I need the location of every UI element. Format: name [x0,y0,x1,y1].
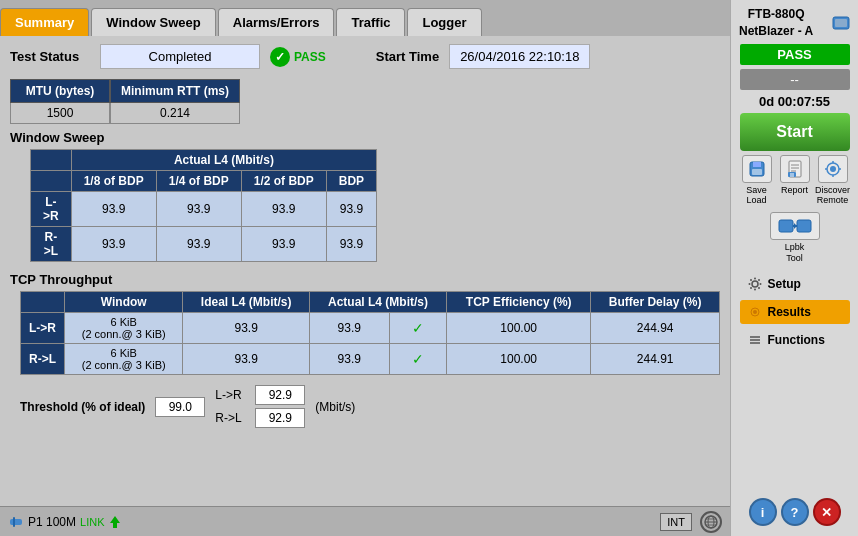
threshold-label: Threshold (% of ideal) [20,400,145,414]
svg-point-37 [758,279,760,281]
discover-remote-icon [818,155,848,183]
tcp-col-buffer: Buffer Delay (%) [591,292,720,313]
discover-remote-btn[interactable]: DiscoverRemote [816,155,850,207]
test-status-row: Test Status Completed ✓ PASS Start Time … [10,44,720,69]
tcp-efficiency-rl: 100.00 [447,344,591,375]
bottom-icons: i ? ✕ [749,498,841,530]
info-button[interactable]: i [749,498,777,526]
results-menu-item[interactable]: Results [740,300,850,324]
tab-logger[interactable]: Logger [407,8,481,36]
svg-rect-11 [753,162,761,167]
pass-label: PASS [294,50,326,64]
tcp-dir-lr: L->R [21,313,65,344]
tcp-row-lr: L->R 6 KiB (2 conn.@ 3 KiB) 93.9 93.9 ✓ … [21,313,720,344]
tcp-ideal-lr: 93.9 [183,313,309,344]
svg-point-33 [748,283,750,285]
start-time-value: 26/04/2016 22:10:18 [449,44,590,69]
svg-point-32 [754,288,756,290]
svg-point-36 [758,287,760,289]
svg-point-38 [750,287,752,289]
threshold-rl-row: R->L [215,408,305,428]
start-button[interactable]: Start [740,113,850,151]
svg-point-35 [750,279,752,281]
ws-dir-lr: L->R [31,192,72,227]
close-button[interactable]: ✕ [813,498,841,526]
timer: 0d 00:07:55 [740,94,850,109]
int-badge: INT [660,513,692,531]
save-load-label: SaveLoad [746,185,767,207]
save-load-icon [742,155,772,183]
ws-rl-val0: 93.9 [71,227,156,262]
toolbar-icons: SaveLoad Report [740,155,850,207]
tcp-ideal-rl: 93.9 [183,344,309,375]
threshold-input[interactable] [155,397,205,417]
save-load-btn[interactable]: SaveLoad [740,155,774,207]
tab-alarms-errors[interactable]: Alarms/Errors [218,8,335,36]
start-time-label: Start Time [376,49,439,64]
fiber-icon [8,514,24,530]
tcp-col-efficiency: TCP Efficiency (%) [447,292,591,313]
setup-gear-icon [748,277,762,291]
tcp-throughput-title: TCP Throughput [10,272,720,287]
ws-row-rl: R->L 93.9 93.9 93.9 93.9 [31,227,377,262]
svg-point-30 [752,281,758,287]
tab-traffic[interactable]: Traffic [336,8,405,36]
tab-summary[interactable]: Summary [0,8,89,36]
tcp-dir-rl: R->L [21,344,65,375]
tcp-pass-rl: ✓ [389,344,446,375]
svg-rect-12 [752,169,762,175]
svg-point-41 [753,310,757,314]
threshold-lr-label: L->R [215,388,250,402]
lpbk-tool-label: LpbkTool [785,242,805,264]
ws-rl-val3: 93.9 [326,227,376,262]
tcp-window-rl: 6 KiB (2 conn.@ 3 KiB) [65,344,183,375]
report-btn[interactable]: Report [778,155,812,207]
threshold-rl-label: R->L [215,411,250,425]
results-icon [748,305,762,319]
svg-rect-0 [10,519,22,525]
tcp-row-rl: R->L 6 KiB (2 conn.@ 3 KiB) 93.9 93.9 ✓ … [21,344,720,375]
test-status-label: Test Status [10,49,90,64]
rtt-value: 0.214 [110,103,240,124]
functions-label: Functions [768,333,825,347]
device-icon [832,14,850,32]
globe-icon [700,511,722,533]
ws-actual-header: Actual L4 (Mbit/s) [71,150,376,171]
link-up-icon [109,515,121,529]
lpbk-tool-btn[interactable]: LpbkTool [765,212,825,264]
status-p1: P1 100M LINK [8,514,121,530]
threshold-lr-input[interactable] [255,385,305,405]
ws-col-1/8: 1/8 of BDP [71,171,156,192]
ws-row-lr: L->R 93.9 93.9 93.9 93.9 [31,192,377,227]
mtu-value: 1500 [10,103,110,124]
report-icon [780,155,810,183]
svg-rect-1 [13,517,15,527]
tcp-efficiency-lr: 100.00 [447,313,591,344]
setup-menu-item[interactable]: Setup [740,272,850,296]
mtu-header: MTU (bytes) [10,79,110,103]
threshold-lr-row: L->R [215,385,305,405]
device-title: FTB-880Q NetBlazer - A [739,6,813,40]
ws-col-1/2: 1/2 of BDP [241,171,326,192]
mtu-table: MTU (bytes) Minimum RTT (ms) 1500 0.214 [10,79,720,124]
window-sweep-title: Window Sweep [10,130,720,145]
tcp-buffer-lr: 244.94 [591,313,720,344]
tcp-actual-lr: 93.9 [309,313,389,344]
tab-window-sweep[interactable]: Window Sweep [91,8,216,36]
help-button[interactable]: ? [781,498,809,526]
threshold-rl-input[interactable] [255,408,305,428]
functions-menu-item[interactable]: Functions [740,328,850,352]
pass-indicator: PASS [740,44,850,65]
tcp-buffer-rl: 244.91 [591,344,720,375]
svg-point-34 [759,283,761,285]
discover-remote-label: DiscoverRemote [815,185,850,207]
status-p1-label: P1 100M [28,515,76,529]
report-label: Report [781,185,808,196]
results-label: Results [768,305,811,319]
device-model: FTB-880Q [739,6,813,23]
svg-rect-27 [797,220,811,232]
threshold-dirs: L->R R->L [215,385,305,428]
svg-point-31 [754,277,756,279]
window-sweep-table: Actual L4 (Mbit/s) 1/8 of BDP 1/4 of BDP… [30,149,377,262]
lpbk-tool-icon [770,212,820,240]
